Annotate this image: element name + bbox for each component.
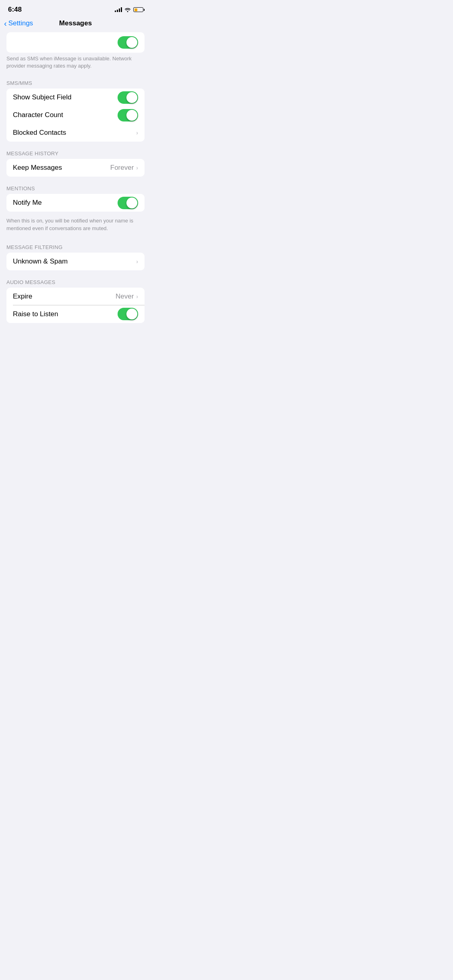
notify-me-label: Notify Me (13, 199, 42, 207)
sms-mms-group: Show Subject Field Character Count Block… (6, 89, 145, 142)
wifi-icon (124, 7, 131, 12)
raise-to-listen-row: Raise to Listen (6, 305, 145, 323)
raise-to-listen-toggle[interactable] (118, 308, 138, 320)
top-toggle-group (6, 32, 145, 53)
nav-bar: ‹ Settings Messages (0, 16, 151, 32)
audio-messages-header: AUDIO MESSAGES (0, 274, 151, 288)
show-subject-field-toggle[interactable] (118, 91, 138, 104)
blocked-contacts-chevron-icon: › (136, 130, 138, 136)
audio-messages-group: Expire Never › Raise to Listen (6, 288, 145, 323)
keep-messages-chevron-icon: › (136, 165, 138, 171)
top-toggle[interactable] (118, 36, 138, 49)
keep-messages-row[interactable]: Keep Messages Forever › (6, 159, 145, 177)
message-history-header: MESSAGE HISTORY (0, 145, 151, 159)
expire-label: Expire (13, 292, 32, 301)
blocked-contacts-label: Blocked Contacts (13, 129, 66, 137)
notify-me-toggle[interactable] (118, 197, 138, 209)
expire-value: Never (116, 292, 134, 301)
unknown-spam-chevron-icon: › (136, 258, 138, 265)
keep-messages-value: Forever (110, 164, 134, 172)
blocked-contacts-row[interactable]: Blocked Contacts › (6, 124, 145, 142)
expire-row[interactable]: Expire Never › (6, 288, 145, 305)
status-bar: 6:48 (0, 0, 151, 16)
status-time: 6:48 (8, 6, 22, 14)
show-subject-field-row: Show Subject Field (6, 89, 145, 106)
character-count-label: Character Count (13, 111, 63, 119)
mentions-footer: When this is on, you will be notified wh… (0, 215, 151, 238)
message-history-group: Keep Messages Forever › (6, 159, 145, 177)
keep-messages-label: Keep Messages (13, 164, 62, 172)
show-subject-field-label: Show Subject Field (13, 93, 72, 101)
expire-chevron-icon: › (136, 293, 138, 300)
battery-icon (133, 7, 145, 12)
unknown-spam-label: Unknown & Spam (13, 257, 68, 266)
back-button[interactable]: ‹ Settings (4, 19, 33, 27)
character-count-row: Character Count (6, 106, 145, 124)
message-filtering-group: Unknown & Spam › (6, 253, 145, 270)
page-title: Messages (59, 19, 92, 27)
status-icons (115, 7, 145, 12)
mentions-header: MENTIONS (0, 180, 151, 194)
mentions-group: Notify Me (6, 194, 145, 212)
sms-description: Send as SMS when iMessage is unavailable… (0, 54, 151, 74)
back-label: Settings (8, 19, 33, 27)
notify-me-row: Notify Me (6, 194, 145, 212)
message-filtering-header: MESSAGE FILTERING (0, 239, 151, 253)
sms-mms-header: SMS/MMS (0, 74, 151, 89)
unknown-spam-row[interactable]: Unknown & Spam › (6, 253, 145, 270)
back-chevron-icon: ‹ (4, 19, 7, 27)
signal-icon (115, 7, 122, 12)
settings-content: Send as SMS when iMessage is unavailable… (0, 32, 151, 323)
raise-to-listen-label: Raise to Listen (13, 310, 58, 318)
character-count-toggle[interactable] (118, 109, 138, 121)
